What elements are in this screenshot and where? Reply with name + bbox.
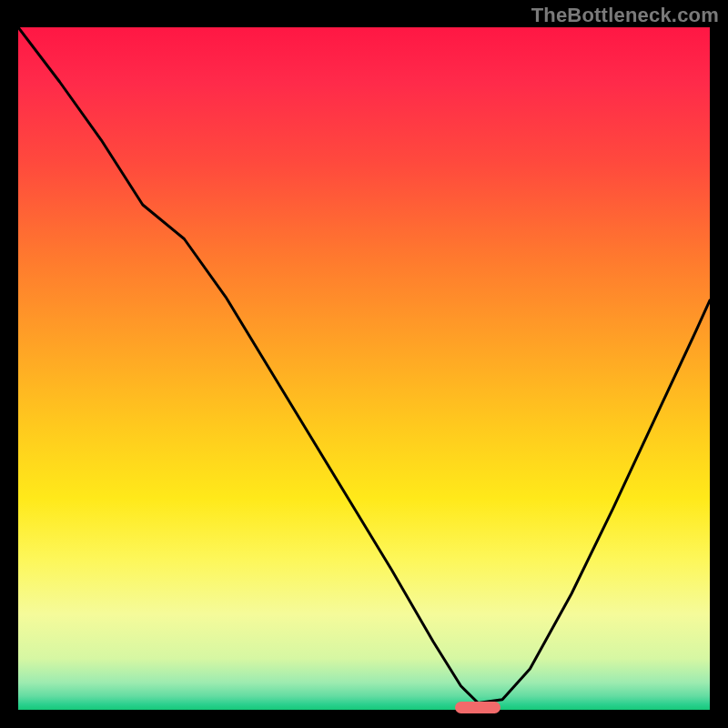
chart-frame: TheBottleneck.com (0, 0, 728, 728)
gradient-plot-area (18, 27, 710, 710)
optimum-marker (455, 702, 500, 713)
curve-path (18, 27, 710, 703)
bottleneck-curve (18, 27, 710, 710)
watermark-text: TheBottleneck.com (531, 4, 719, 27)
